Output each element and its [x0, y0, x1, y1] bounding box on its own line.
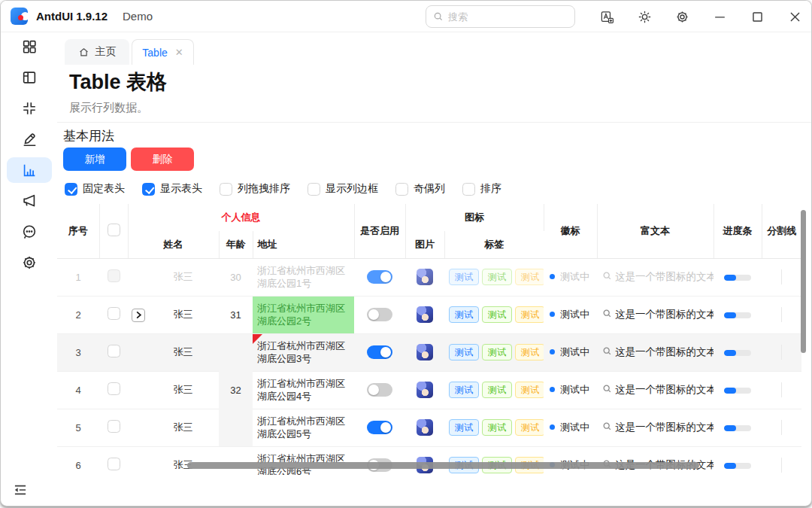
- edit-pencil-icon: [21, 131, 38, 148]
- tag: 测试: [482, 419, 512, 436]
- badge-text: 测试中: [560, 346, 589, 357]
- sidebar-item-layout[interactable]: [7, 65, 52, 90]
- name-text: 张三: [174, 345, 193, 359]
- enabled-cell: [354, 371, 405, 409]
- select-all-checkbox[interactable]: [108, 224, 120, 236]
- row-checkbox[interactable]: [108, 307, 120, 320]
- enabled-switch[interactable]: [367, 383, 392, 397]
- sidebar-item-shrink[interactable]: [7, 96, 52, 121]
- tags-cell: 测试测试测试: [444, 258, 544, 296]
- sidebar-item-chat[interactable]: [7, 219, 52, 245]
- tags-cell: 测试测试测试: [444, 296, 544, 333]
- tab-label: 主页: [95, 45, 117, 59]
- sidebar: [1, 32, 57, 506]
- enabled-switch[interactable]: [367, 270, 392, 284]
- minimize-icon[interactable]: [713, 10, 727, 24]
- add-button[interactable]: 新增: [63, 148, 126, 171]
- option-checkbox[interactable]: [308, 183, 320, 196]
- enabled-switch[interactable]: [367, 421, 392, 434]
- sidebar-item-feedback[interactable]: [7, 188, 52, 214]
- divider-cell: [762, 333, 801, 371]
- vertical-scrollbar-thumb[interactable]: [801, 210, 806, 353]
- close-tab-icon[interactable]: ✕: [175, 47, 183, 58]
- divider-cell: [762, 258, 801, 296]
- avatar-image[interactable]: [417, 269, 433, 285]
- tab-home[interactable]: 主页: [65, 39, 129, 65]
- search-input[interactable]: [448, 11, 553, 23]
- table-option[interactable]: 排序: [462, 182, 501, 196]
- divider-line: [781, 345, 782, 360]
- option-checkbox[interactable]: [142, 183, 155, 196]
- table-option[interactable]: 显示列边框: [308, 182, 378, 196]
- expand-button[interactable]: [132, 309, 145, 322]
- app-subtitle: Demo: [123, 10, 153, 23]
- row-index: 2: [57, 296, 99, 333]
- table-row[interactable]: 2张三31浙江省杭州市西湖区湖底公园2号测试测试测试测试中这是一个带图标的文本: [57, 296, 801, 333]
- option-checkbox[interactable]: [395, 183, 408, 196]
- row-index: 5: [57, 409, 99, 446]
- address-cell: 浙江省杭州市西湖区湖底公园5号: [253, 409, 354, 446]
- close-icon[interactable]: [788, 10, 802, 24]
- avatar-image[interactable]: [417, 419, 433, 436]
- row-index: 3: [57, 333, 99, 371]
- tab-table[interactable]: Table ✕: [132, 39, 194, 65]
- enabled-switch[interactable]: [367, 345, 392, 359]
- rich-text: 这是一个带图标的文本: [615, 384, 714, 395]
- table-option[interactable]: 显示表头: [142, 182, 202, 196]
- enabled-cell: [354, 409, 405, 446]
- option-checkbox[interactable]: [220, 183, 232, 196]
- checkbox-cell: [99, 296, 128, 333]
- header-enabled: 是否启用: [354, 204, 405, 258]
- sidebar-item-edit[interactable]: [7, 126, 52, 152]
- search-icon: [602, 421, 615, 433]
- table-row[interactable]: 1张三30浙江省杭州市西湖区湖底公园1号测试测试测试测试中这是一个带图标的文本: [57, 258, 801, 296]
- name-text: 张三: [174, 421, 193, 434]
- table-container: 序号 个人信息 是否启用 图标 徽标 富文本 进度条 分割线 姓名 年龄 地址: [57, 204, 808, 475]
- divider-line: [781, 420, 782, 435]
- table-option[interactable]: 奇偶列: [395, 182, 445, 196]
- sidebar-item-data-display[interactable]: [7, 157, 52, 183]
- row-checkbox[interactable]: [108, 269, 120, 282]
- sidebar-item-settings[interactable]: [7, 250, 52, 275]
- avatar-image[interactable]: [417, 344, 433, 360]
- table-option[interactable]: 列拖拽排序: [220, 182, 290, 196]
- avatar-image[interactable]: [417, 382, 433, 398]
- theme-sun-icon[interactable]: [638, 10, 652, 24]
- maximize-icon[interactable]: [750, 10, 765, 24]
- option-checkbox[interactable]: [462, 183, 475, 196]
- settings-gear-icon[interactable]: [675, 10, 689, 24]
- menu-fold-button[interactable]: [13, 482, 28, 497]
- option-label: 显示列边框: [326, 182, 378, 196]
- row-checkbox[interactable]: [108, 420, 120, 433]
- progress-bar: [724, 388, 751, 394]
- progress-bar: [724, 463, 751, 469]
- tag: 测试: [482, 382, 512, 398]
- divider-cell: [762, 296, 801, 333]
- table-row[interactable]: 5张三浙江省杭州市西湖区湖底公园5号测试测试测试测试中这是一个带图标的文本: [57, 409, 801, 446]
- table-option[interactable]: 固定表头: [65, 182, 125, 196]
- sidebar-item-overview[interactable]: [7, 34, 52, 59]
- components-grid-icon: [21, 38, 38, 55]
- enabled-cell: [354, 296, 405, 333]
- option-checkbox[interactable]: [65, 183, 77, 196]
- table-row[interactable]: 3张三32浙江省杭州市西湖区湖底公园3号测试测试测试测试中这是一个带图标的文本: [57, 333, 801, 371]
- age-cell: 32: [219, 333, 253, 446]
- richtext-cell: 这是一个带图标的文本: [597, 446, 714, 475]
- tag: 测试: [449, 269, 479, 285]
- divider-cell: [762, 446, 801, 475]
- row-checkbox[interactable]: [108, 345, 120, 357]
- avatar-image[interactable]: [417, 306, 433, 323]
- toolbar: 新增 删除: [63, 148, 194, 171]
- tag: 测试: [515, 419, 544, 436]
- address-cell: 浙江省杭州市西湖区湖底公园4号: [253, 371, 354, 409]
- delete-button[interactable]: 删除: [131, 148, 194, 171]
- enabled-switch[interactable]: [367, 308, 392, 321]
- table-row[interactable]: 4张三浙江省杭州市西湖区湖底公园4号测试测试测试测试中这是一个带图标的文本: [57, 371, 801, 409]
- row-checkbox[interactable]: [108, 382, 120, 395]
- horizontal-scrollbar-thumb[interactable]: [187, 462, 699, 469]
- table-row[interactable]: 6张三浙江省杭州市西湖区湖底公园6号测试测试测试测试中这是一个带图标的文本: [57, 446, 801, 475]
- row-checkbox[interactable]: [108, 458, 120, 470]
- divider-line: [781, 269, 782, 284]
- translate-icon[interactable]: [600, 10, 614, 24]
- search-box[interactable]: [426, 5, 575, 28]
